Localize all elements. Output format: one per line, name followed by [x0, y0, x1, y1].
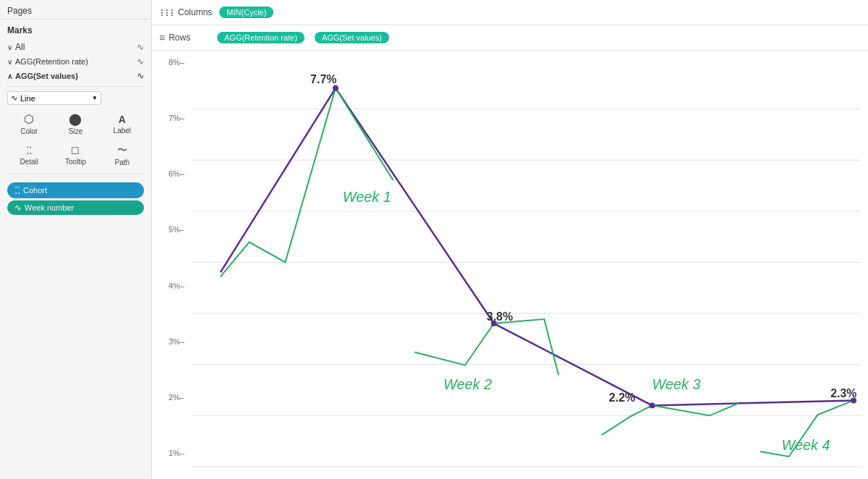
- marks-section: Marks ∨ All ∿ ∨ AGG(Retention rate) ∿ ∧ …: [0, 19, 151, 479]
- green-line-week3: [602, 403, 739, 435]
- detail-button[interactable]: ⁚⁚ Detail: [7, 141, 51, 169]
- columns-row: ⫶⫶⫶ Columns MIN(Cycle): [152, 0, 868, 25]
- y-label-3: 3%–: [155, 337, 189, 346]
- point-23-dot: [851, 397, 856, 403]
- label-button[interactable]: A Label: [101, 109, 144, 138]
- green-line-week1: [221, 88, 393, 277]
- columns-label-area: ⫶⫶⫶ Columns: [159, 7, 212, 18]
- all-label: All: [15, 42, 25, 52]
- y-label-5: 5%–: [155, 225, 189, 234]
- label-label: Label: [114, 127, 131, 135]
- week-number-label: Week number: [25, 203, 74, 212]
- week-number-pill[interactable]: ∿ Week number: [7, 200, 144, 215]
- line-icon-sm: ∿: [11, 93, 17, 103]
- chart-area: 1%– 2%– 3%– 4%– 5%– 6%– 7%– 8%–: [152, 51, 868, 479]
- columns-icon: ⫶⫶⫶: [159, 7, 174, 18]
- point-38-label: 3.8%: [487, 310, 513, 323]
- week-number-icon: ∿: [14, 203, 22, 213]
- sidebar: Pages Marks ∨ All ∿ ∨ AGG(Retention rate…: [0, 0, 152, 479]
- y-label-1: 1%–: [155, 449, 189, 457]
- y-label-8: 8%–: [155, 58, 189, 67]
- rows-icon: ≡: [159, 32, 165, 43]
- point-22-label: 2.2%: [609, 391, 635, 404]
- week4-label: Week 4: [782, 437, 830, 453]
- chevron-icon: ∨: [7, 43, 12, 51]
- marks-icons-grid: ⬡ Color ⬤ Size A Label ⁚⁚ Detail ☐ Toolt…: [7, 109, 144, 169]
- point-22-dot: [650, 402, 655, 408]
- color-label: Color: [20, 127, 38, 135]
- agg-retention-pill[interactable]: AGG(Retention rate): [217, 32, 305, 43]
- cohort-pill[interactable]: ⁚⁚ Cohort: [7, 182, 144, 198]
- detail-label: Detail: [20, 158, 38, 166]
- point-77-dot: [333, 85, 339, 91]
- cohort-pill-icon: ⁚⁚: [14, 185, 20, 196]
- chevron-icon-set: ∧: [7, 72, 12, 80]
- size-icon: ⬤: [69, 112, 82, 126]
- line-icon-all: ∿: [137, 42, 144, 52]
- size-label: Size: [69, 127, 82, 135]
- size-button[interactable]: ⬤ Size: [54, 109, 97, 138]
- rows-row: ≡ Rows AGG(Retention rate) AGG(Set value…: [152, 25, 868, 51]
- tooltip-label: Tooltip: [65, 158, 86, 166]
- week2-label: Week 2: [443, 376, 492, 392]
- columns-text: Columns: [178, 7, 212, 17]
- retention-label: AGG(Retention rate): [15, 57, 88, 66]
- dropdown-arrow: ▼: [92, 95, 98, 101]
- main-content: ⫶⫶⫶ Columns MIN(Cycle) ≡ Rows AGG(Retent…: [152, 0, 868, 479]
- y-label-7: 7%–: [155, 114, 189, 122]
- purple-line: [221, 88, 854, 406]
- point-38-dot: [491, 321, 497, 326]
- week3-label: Week 3: [652, 376, 701, 392]
- path-label: Path: [115, 158, 130, 166]
- line-icon-set: ∿: [137, 71, 144, 81]
- marks-title: Marks: [7, 25, 144, 35]
- marks-all-row[interactable]: ∨ All ∿: [7, 40, 144, 54]
- y-label-4: 4%–: [155, 281, 189, 290]
- rows-label-area: ≡ Rows: [159, 32, 210, 43]
- y-label-2: 2%–: [155, 393, 189, 402]
- cohort-pill-label: Cohort: [23, 186, 47, 195]
- green-line-week2: [414, 319, 558, 376]
- min-cycle-pill[interactable]: MIN(Cycle): [219, 7, 273, 18]
- chart-svg: Week 1 7.7% Week 2 3.8% Week 3 2.2% Week…: [192, 58, 861, 468]
- y-label-6: 6%–: [155, 169, 189, 178]
- rows-text: Rows: [169, 33, 190, 43]
- color-icon: ⬡: [24, 112, 34, 126]
- marks-setvalues-row[interactable]: ∧ AGG(Set values) ∿: [7, 69, 144, 83]
- setvalues-label: AGG(Set values): [15, 72, 78, 80]
- color-button[interactable]: ⬡ Color: [7, 109, 51, 138]
- mark-type-select[interactable]: ∿ Line ▼: [7, 91, 101, 105]
- detail-icon: ⁚⁚: [26, 145, 32, 156]
- path-button[interactable]: 〜 Path: [101, 141, 144, 169]
- week1-label: Week 1: [343, 189, 391, 205]
- marks-retention-row[interactable]: ∨ AGG(Retention rate) ∿: [7, 54, 144, 69]
- chevron-icon-ret: ∨: [7, 58, 12, 66]
- mark-type-label: Line: [20, 94, 35, 103]
- path-icon: 〜: [117, 144, 127, 157]
- agg-setvalues-pill[interactable]: AGG(Set values): [315, 32, 389, 43]
- line-icon-ret: ∿: [137, 56, 144, 67]
- point-77-label: 7.7%: [310, 73, 336, 85]
- y-axis: 1%– 2%– 3%– 4%– 5%– 6%– 7%– 8%–: [152, 51, 192, 457]
- pages-section-title: Pages: [0, 0, 151, 19]
- label-icon: A: [119, 114, 126, 125]
- tooltip-button[interactable]: ☐ Tooltip: [54, 141, 97, 169]
- mark-type-row: ∿ Line ▼: [7, 91, 144, 105]
- tooltip-icon: ☐: [71, 145, 80, 156]
